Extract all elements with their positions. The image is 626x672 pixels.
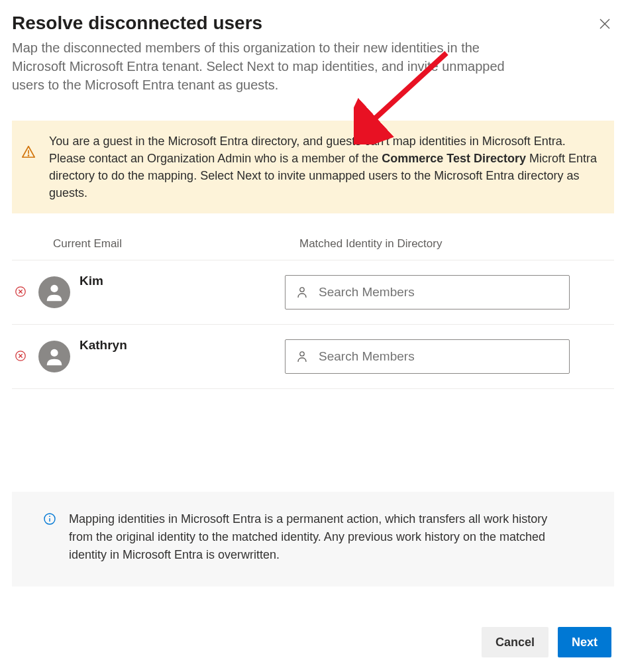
close-button[interactable] xyxy=(596,15,614,33)
column-header-matched: Matched Identity in Directory xyxy=(299,237,614,251)
info-icon xyxy=(44,513,56,525)
warning-icon xyxy=(21,144,36,159)
svg-point-15 xyxy=(49,516,50,517)
close-icon xyxy=(600,19,610,29)
search-members-field[interactable] xyxy=(285,275,570,309)
page-subtitle: Map the disconnected members of this org… xyxy=(12,38,529,94)
svg-point-13 xyxy=(300,352,304,356)
user-name: Kathryn xyxy=(79,338,285,353)
list-header: Current Email Matched Identity in Direct… xyxy=(12,233,614,260)
svg-point-3 xyxy=(28,155,28,156)
avatar xyxy=(38,276,70,308)
user-row: Kim xyxy=(12,260,614,324)
dialog-header: Resolve disconnected users Map the disco… xyxy=(12,12,614,94)
user-list-region[interactable]: Current Email Matched Identity in Direct… xyxy=(12,233,614,459)
search-members-input[interactable] xyxy=(285,275,570,309)
person-icon xyxy=(297,286,307,298)
warning-banner: You are a guest in the Microsoft Entra d… xyxy=(12,121,614,213)
remove-user-icon[interactable] xyxy=(15,286,28,299)
person-icon xyxy=(297,351,307,363)
cancel-button[interactable]: Cancel xyxy=(482,627,548,657)
search-members-input[interactable] xyxy=(285,339,570,374)
avatar xyxy=(38,341,70,372)
user-name: Kim xyxy=(79,274,285,288)
info-text: Mapping identities in Microsoft Entra is… xyxy=(69,510,572,564)
info-banner: Mapping identities in Microsoft Entra is… xyxy=(12,492,614,587)
warning-text: You are a guest in the Microsoft Entra d… xyxy=(49,133,601,201)
svg-point-12 xyxy=(50,349,58,357)
column-header-email: Current Email xyxy=(53,237,299,251)
next-button[interactable]: Next xyxy=(558,627,611,657)
user-row: Kathryn xyxy=(12,324,614,389)
svg-point-7 xyxy=(50,285,58,292)
warning-text-bold: Commerce Test Directory xyxy=(382,152,526,165)
remove-user-icon[interactable] xyxy=(15,350,28,363)
svg-point-8 xyxy=(300,288,304,292)
search-members-field[interactable] xyxy=(285,339,570,374)
page-title: Resolve disconnected users xyxy=(12,12,588,34)
dialog-footer: Cancel Next xyxy=(482,627,611,657)
